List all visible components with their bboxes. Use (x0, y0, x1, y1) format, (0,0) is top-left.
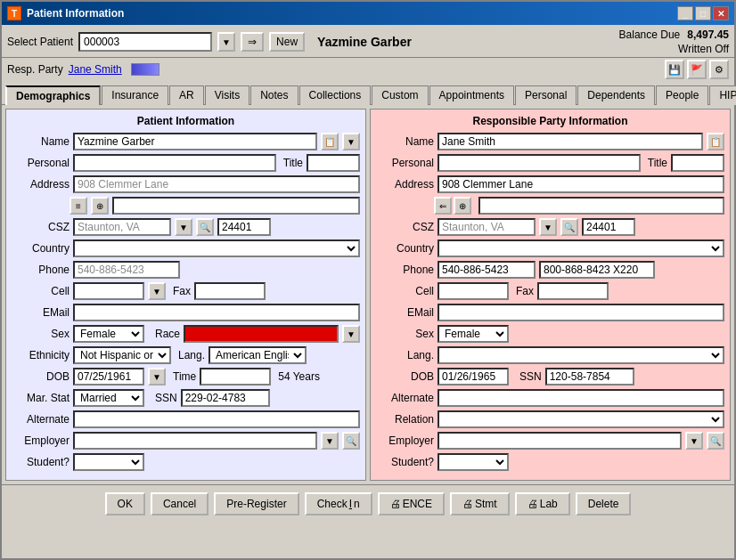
flag-icon-btn[interactable]: 🚩 (687, 60, 707, 79)
patient-student-select[interactable] (73, 453, 144, 471)
race-dropdown-btn[interactable]: ▼ (342, 325, 360, 343)
patient-address-input[interactable] (73, 175, 360, 193)
address-icon-btn[interactable]: ⊕ (91, 197, 109, 215)
tab-custom[interactable]: Custom (372, 85, 428, 105)
resp-address-icon-btn[interactable]: ⊕ (454, 197, 471, 215)
resp-party-link[interactable]: Jane Smith (69, 63, 122, 76)
patient-zip-input[interactable] (217, 218, 271, 236)
patient-name-input[interactable] (73, 133, 317, 150)
resp-csz-search-btn[interactable]: 🔍 (560, 218, 578, 236)
settings-icon-btn[interactable]: ⚙ (709, 60, 729, 79)
tab-ar[interactable]: AR (169, 85, 204, 105)
patient-address2-input[interactable] (112, 197, 360, 215)
name-dropdown-btn[interactable]: ▼ (342, 133, 360, 150)
resp-employer-input[interactable] (438, 432, 682, 450)
resp-phone-input[interactable] (438, 261, 536, 279)
close-button[interactable]: ✕ (713, 6, 729, 20)
patient-fax-input[interactable] (194, 282, 266, 300)
resp-name-search-btn[interactable]: 📋 (707, 133, 724, 150)
resp-title-input[interactable] (671, 154, 724, 172)
stmt-button[interactable]: 🖨 Stmt (450, 492, 510, 515)
resp-relation-select[interactable] (438, 410, 724, 428)
patient-ethnicity-select[interactable]: Not Hispanic or (73, 346, 171, 364)
minimize-button[interactable]: _ (677, 6, 693, 20)
lab-button[interactable]: 🖨 Lab (515, 492, 570, 515)
employer-search-btn[interactable]: 🔍 (342, 432, 360, 450)
patient-ssn-input[interactable] (181, 389, 270, 407)
cell-dropdown-btn[interactable]: ▼ (148, 282, 166, 300)
tab-hipaa[interactable]: HIPAA (709, 85, 736, 105)
resp-sex-select[interactable]: Female (438, 325, 509, 343)
alternate-label: Alternate (12, 413, 70, 426)
resp-lang-label: Lang. (376, 349, 434, 361)
tab-collections[interactable]: Collections (299, 85, 372, 105)
dob-calendar-btn[interactable]: ▼ (148, 368, 166, 386)
new-patient-button[interactable]: New (269, 32, 305, 52)
maximize-button[interactable]: □ (695, 6, 711, 20)
delete-button[interactable]: Delete (576, 492, 632, 515)
fax-label: Fax (173, 285, 191, 297)
resp-csz-dropdown-btn[interactable]: ▼ (539, 218, 557, 236)
patient-title-input[interactable] (307, 154, 360, 172)
patient-country-select[interactable] (73, 239, 360, 257)
resp-address-input[interactable] (438, 175, 724, 193)
checkin-button[interactable]: Check In (305, 492, 372, 515)
resp-student-select[interactable] (438, 453, 509, 471)
save-icon-btn[interactable]: 💾 (665, 60, 684, 79)
resp-ssn-input[interactable] (545, 368, 634, 386)
csz-dropdown-btn[interactable]: ▼ (175, 218, 192, 236)
resp-csz-input[interactable] (438, 218, 536, 236)
preregister-button[interactable]: Pre-Register (214, 492, 298, 515)
resp-address2-input[interactable] (478, 197, 724, 215)
patient-email-input[interactable] (73, 304, 360, 321)
balance-due-row: Balance Due 8,497.45 (619, 28, 729, 41)
patient-alternate-input[interactable] (73, 410, 360, 428)
patient-cell-input[interactable] (73, 282, 144, 300)
resp-dob-input[interactable] (438, 368, 509, 386)
cancel-button[interactable]: Cancel (151, 492, 209, 515)
patient-csz-input[interactable] (73, 218, 171, 236)
patient-sex-select[interactable]: Female (73, 325, 144, 343)
resp-fax-input[interactable] (537, 282, 609, 300)
address-map-btn[interactable]: ≡ (70, 197, 87, 215)
resp-employer-search-btn[interactable]: 🔍 (707, 432, 724, 450)
patient-phone-input[interactable] (73, 261, 180, 279)
resp-employer-dropdown-btn[interactable]: ▼ (685, 432, 703, 450)
patient-dropdown-btn[interactable]: ▼ (217, 32, 235, 52)
tab-personal[interactable]: Personal (515, 85, 577, 105)
csz-search-btn[interactable]: 🔍 (196, 218, 214, 236)
age-display: 54 Years (278, 370, 320, 383)
ok-button[interactable]: OK (105, 492, 145, 515)
resp-name-input[interactable] (438, 133, 703, 150)
patient-id-input[interactable] (78, 32, 212, 52)
resp-email-input[interactable] (438, 304, 724, 321)
resp-address-label: Address (376, 178, 434, 191)
tab-dependents[interactable]: Dependents (577, 85, 655, 105)
resp-copy-btn[interactable]: ⇐ (434, 197, 452, 215)
patient-marstat-select[interactable]: Married (73, 389, 144, 407)
ence-button[interactable]: 🖨 ENCE (378, 492, 445, 515)
tab-insurance[interactable]: Insurance (102, 85, 168, 105)
resp-lang-select[interactable] (438, 346, 724, 364)
employer-dropdown-btn[interactable]: ▼ (321, 432, 339, 450)
resp-alternate-input[interactable] (438, 389, 724, 407)
tab-people[interactable]: People (656, 85, 708, 105)
resp-cell-input[interactable] (438, 282, 509, 300)
resp-phone-label: Phone (376, 264, 434, 276)
patient-personal-input[interactable] (73, 154, 276, 172)
resp-personal-input[interactable] (438, 154, 641, 172)
name-search-btn[interactable]: 📋 (321, 133, 339, 150)
tab-notes[interactable]: Notes (250, 85, 298, 105)
patient-time-input[interactable] (200, 368, 271, 386)
patient-dob-input[interactable] (73, 368, 144, 386)
goto-btn[interactable]: ⇒ (241, 32, 264, 52)
tab-appointments[interactable]: Appointments (429, 85, 514, 105)
resp-phone2-input[interactable] (539, 261, 655, 279)
tab-visits[interactable]: Visits (205, 85, 249, 105)
resp-zip-input[interactable] (582, 218, 635, 236)
patient-lang-select[interactable]: American English (209, 346, 307, 364)
resp-country-select[interactable] (438, 239, 724, 257)
printer-icon: 🖨 (390, 498, 401, 510)
tab-demographics[interactable]: Demographics (5, 85, 101, 105)
patient-employer-input[interactable] (73, 432, 317, 450)
